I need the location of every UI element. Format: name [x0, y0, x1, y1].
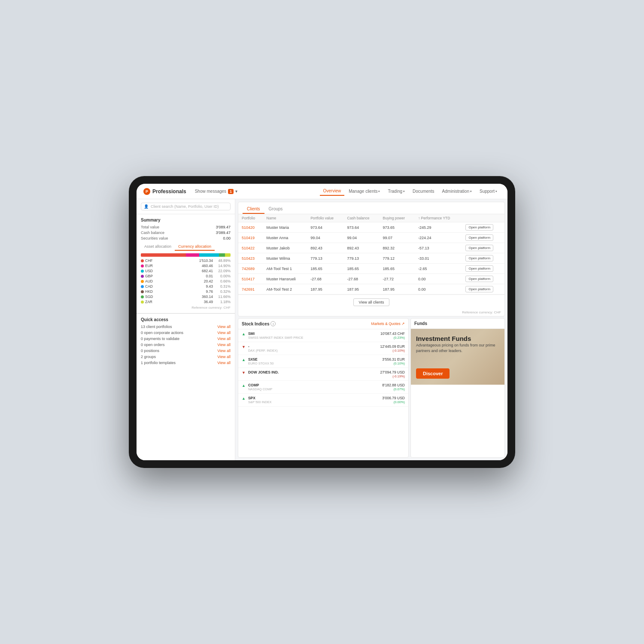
currency-pct: 0.31%: [214, 284, 231, 289]
tab-groups[interactable]: Groups: [264, 205, 287, 214]
open-platform-btn[interactable]: Open platform: [465, 286, 493, 292]
currency-row: EUR 460.46 14.90%: [141, 264, 231, 268]
securities-label: Securities value: [141, 236, 168, 240]
portfolio-id[interactable]: 510420: [238, 222, 263, 233]
summary-title: Summary: [141, 218, 231, 222]
index-arrow: ▼: [242, 371, 246, 375]
portfolio-value: 973.64: [307, 222, 343, 233]
open-platform-btn[interactable]: Open platform: [465, 245, 493, 251]
total-value-row: Total value 3'089.47: [141, 225, 231, 229]
quick-item-label: 1 portfolio templates: [141, 361, 176, 365]
currency-pct: 0.32%: [214, 289, 231, 294]
tab-clients[interactable]: Clients: [243, 205, 264, 214]
portfolio-id[interactable]: 510423: [238, 253, 263, 264]
currency-row: USD 682.41 22.09%: [141, 269, 231, 273]
open-platform-btn[interactable]: Open platform: [465, 255, 493, 261]
stock-indices-panel: Stock Indices i Markets & Quotes ↗ ▲ SMI…: [238, 318, 409, 458]
currency-pct: 0.00%: [214, 274, 231, 278]
tab-asset-allocation[interactable]: Asset allocation: [141, 243, 175, 251]
currency-dot: [141, 280, 144, 283]
currency-row: HKD 9.76 0.32%: [141, 289, 231, 294]
index-arrow: ▲: [242, 383, 246, 388]
client-name: AM-Tool Test 2: [263, 284, 307, 295]
view-all-link[interactable]: View all: [217, 349, 231, 353]
index-full-name: S&P 500 INDEX: [248, 400, 380, 404]
index-name: SX5E: [248, 357, 380, 361]
open-platform-btn[interactable]: Open platform: [465, 276, 493, 282]
currency-pct: 1.18%: [214, 300, 231, 304]
currency-name: GBP: [145, 274, 157, 278]
currency-row: CAD 9.43 0.31%: [141, 284, 231, 289]
buying-power: 187.95: [380, 284, 415, 295]
index-full-name: DAX (PERF. INDEX): [248, 349, 378, 352]
col-performance: ↑ Performance YTD: [415, 214, 462, 222]
view-all-link[interactable]: View all: [217, 331, 231, 335]
quick-access-item: 0 open corporate actions View all: [141, 331, 231, 335]
search-wrapper[interactable]: 👤 Client search (Name, Portfolio, User I…: [141, 203, 231, 210]
index-info: COMP NASDAQ COMP: [248, 383, 380, 391]
index-name: DOW JONES IND.: [248, 370, 378, 374]
nav-overview[interactable]: Overview: [320, 187, 345, 196]
nav-manage-clients[interactable]: Manage clients▾: [345, 187, 383, 195]
view-all-link[interactable]: View all: [217, 337, 231, 341]
buying-power: 779.12: [380, 253, 415, 264]
funds-panel: Funds Investment Funds Advantageous pric…: [410, 318, 505, 458]
nav-support[interactable]: Support▾: [476, 187, 501, 195]
messages-btn[interactable]: Show messages 1 ▾: [195, 189, 237, 194]
currency-name: HKD: [145, 289, 157, 294]
view-all-link[interactable]: View all: [217, 343, 231, 347]
message-badge: 1: [228, 189, 234, 194]
ref-currency: Reference currency: CHF: [141, 306, 231, 310]
performance-ytd: -224.24: [415, 233, 462, 243]
currency-name: ZAR: [145, 300, 157, 304]
portfolio-id[interactable]: 510422: [238, 243, 263, 253]
clients-tbody: 510420 Muster Maria 973.64 973.64 973.65…: [238, 222, 504, 295]
table-row: 510417 Muster Hansrueli -27.68 -27.68 -2…: [238, 274, 504, 284]
view-all-clients-btn[interactable]: View all clients: [353, 298, 390, 306]
cash-balance-cell: -27.68: [344, 274, 380, 284]
nav-documents[interactable]: Documents: [409, 187, 438, 195]
logo-icon: P: [143, 188, 150, 195]
markets-quotes-link[interactable]: Markets & Quotes ↗: [371, 322, 405, 326]
currency-amount: 9.76: [158, 289, 213, 294]
stock-indices-info-icon[interactable]: i: [270, 321, 276, 326]
client-name: Muster Jakob: [263, 243, 307, 253]
stock-indices-header: Stock Indices i Markets & Quotes ↗: [238, 319, 408, 329]
index-full-name: SWISS MARKET INDEX SMI® PRICE: [248, 336, 378, 340]
discover-button[interactable]: Discover: [416, 368, 450, 379]
index-value: 8'182.88 USD (0.07%): [382, 383, 405, 391]
view-all-link[interactable]: View all: [217, 325, 231, 329]
nav-administration[interactable]: Administration▾: [439, 187, 475, 195]
buying-power: -27.72: [380, 274, 415, 284]
tab-currency-allocation[interactable]: Currency allocation: [175, 243, 215, 251]
index-price: 10'087.43 CHF: [380, 331, 405, 336]
open-platform-btn[interactable]: Open platform: [465, 224, 493, 231]
view-all-link[interactable]: View all: [217, 361, 231, 365]
quick-item-label: 2 groups: [141, 355, 156, 359]
currency-row: GBP 0.01 0.00%: [141, 274, 231, 278]
portfolio-value: 892.43: [307, 243, 343, 253]
left-panel: 👤 Client search (Name, Portfolio, User I…: [137, 199, 235, 460]
index-change: (0.23%): [380, 336, 405, 340]
logo-area: P Professionals: [143, 188, 186, 195]
table-row: 510420 Muster Maria 973.64 973.64 973.65…: [238, 222, 504, 233]
portfolio-id[interactable]: 742691: [238, 284, 263, 295]
view-all-link[interactable]: View all: [217, 355, 231, 359]
portfolio-id[interactable]: 742689: [238, 264, 263, 274]
index-value: 3'556.31 EUR (0.10%): [382, 357, 405, 365]
index-name: SPX: [248, 396, 380, 400]
indices-list: ▲ SMI SWISS MARKET INDEX SMI® PRICE 10'0…: [238, 329, 408, 407]
currency-name: USD: [145, 269, 157, 273]
index-value: 3'006.79 USD (0.00%): [382, 396, 405, 404]
buying-power: 892.32: [380, 243, 415, 253]
cash-balance-cell: 892.43: [344, 243, 380, 253]
table-row: 510423 Muster Wilma 779.13 779.13 779.12…: [238, 253, 504, 264]
open-platform-btn[interactable]: Open platform: [465, 234, 493, 241]
portfolio-id[interactable]: 510419: [238, 233, 263, 243]
clients-tabs: Clients Groups: [238, 202, 504, 214]
index-value: 10'087.43 CHF (0.23%): [380, 331, 405, 340]
open-platform-btn[interactable]: Open platform: [465, 265, 493, 272]
portfolio-id[interactable]: 510417: [238, 274, 263, 284]
nav-trading[interactable]: Trading▾: [384, 187, 408, 195]
right-panel: Clients Groups Portfolio Name Portfolio …: [235, 199, 507, 460]
